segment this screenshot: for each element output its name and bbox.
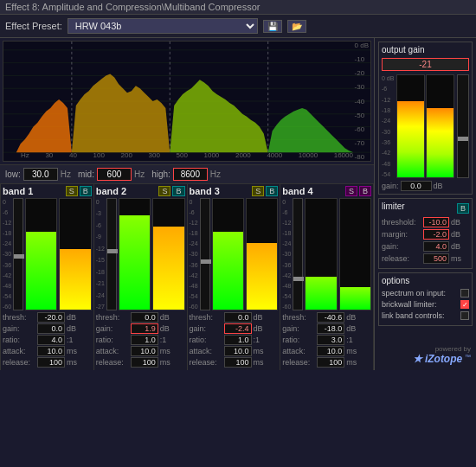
band-3-gain-input[interactable]	[224, 323, 252, 334]
band-3-attack-input[interactable]	[224, 346, 252, 356]
band-4-params: thresh: dB gain: dB ratio: :1	[282, 312, 371, 368]
limiter-release-row: release: ms	[382, 253, 469, 264]
band-3-release-input[interactable]	[224, 357, 252, 368]
band-3-fader-track[interactable]	[200, 198, 210, 310]
band-4-gain-unit: dB	[346, 324, 356, 333]
band-4-scale: 0-6-12-18-24-30-36-42-48-54-60	[282, 198, 291, 310]
preset-load-btn[interactable]: 📂	[287, 20, 306, 33]
band-2-thresh-label: thresh:	[96, 313, 129, 322]
band-3-attack-unit: ms	[254, 347, 264, 355]
crossover-low-unit: Hz	[61, 170, 71, 179]
limiter-margin-label: margin:	[382, 230, 421, 239]
band-3-gain-row: gain: dB	[190, 323, 279, 334]
band-2-attack-label: attack:	[96, 347, 129, 355]
band-1-thresh-input[interactable]	[37, 312, 65, 323]
limiter-margin-row: margin: dB	[382, 229, 469, 240]
output-fader-thumb[interactable]	[458, 137, 468, 141]
limiter-gain-input[interactable]	[423, 241, 449, 252]
band-2-gain-input[interactable]	[131, 323, 158, 334]
linkband-option-checkbox[interactable]	[460, 311, 469, 320]
crossover-mid-unit: Hz	[134, 170, 145, 179]
limiter-thresh-input[interactable]	[423, 217, 449, 227]
band-3-title: band 3	[190, 186, 220, 196]
preset-label: Effect Preset:	[5, 21, 62, 31]
band-1-solo-btn[interactable]: S	[66, 186, 78, 196]
spectrum-db-labels: 0 dB -10 -20 -30 -40 -50 -60 -70 -80	[355, 42, 369, 161]
output-gain-input[interactable]	[401, 181, 432, 191]
band-2-fader-col[interactable]	[106, 198, 117, 310]
band-4-ratio-label: ratio:	[282, 336, 315, 344]
crossover-bar: low: Hz mid: Hz high: Hz	[0, 164, 374, 184]
band-3-strip: band 3 S B 0-6-12-18-24-30-36-42-48-54-6…	[188, 184, 281, 370]
output-fader[interactable]	[457, 74, 469, 178]
limiter-release-label: release:	[382, 254, 421, 263]
band-3-fader-thumb[interactable]	[201, 259, 211, 264]
limiter-margin-input[interactable]	[423, 229, 449, 240]
band-4-fader-col[interactable]	[293, 198, 303, 310]
band-2-title: band 2	[96, 186, 126, 196]
output-meter-right-fill	[427, 108, 453, 177]
crossover-low-input[interactable]	[23, 168, 58, 181]
band-3-fader-col[interactable]	[200, 198, 210, 310]
bands-area: band 1 S B 0-6-12-18-24-30-36-42-48-54-6…	[0, 184, 374, 370]
limiter-bypass-btn[interactable]: B	[457, 203, 469, 214]
output-meter-left-fill	[397, 101, 424, 178]
band-4-gain-label: gain:	[282, 324, 315, 333]
title-bar: Effect 8: Amplitude and Compression\Mult…	[0, 0, 476, 15]
band-1-thresh-label: thresh:	[3, 313, 35, 322]
band-3-gain-label: gain:	[190, 324, 222, 333]
preset-save-btn[interactable]: 💾	[263, 20, 282, 33]
band-2-bypass-btn[interactable]: B	[172, 186, 184, 196]
band-2-release-input[interactable]	[131, 357, 158, 368]
limiter-gain-unit: dB	[451, 242, 460, 251]
band-2-faders: 0-3-6-9-12-15-18-21-24-27	[96, 198, 185, 310]
band-4-faders: 0-6-12-18-24-30-36-42-48-54-60	[282, 198, 371, 310]
brickwall-option-checkbox[interactable]: ✓	[460, 300, 469, 309]
band-4-fader-thumb[interactable]	[293, 277, 304, 281]
limiter-release-input[interactable]	[423, 253, 449, 264]
band-3-meter-fill-2	[247, 243, 277, 310]
spectrum-option-label: spectrum on input:	[382, 289, 446, 297]
band-2-strip: band 2 S B 0-3-6-9-12-15-18-21-24-27	[94, 184, 188, 370]
band-4-ratio-input[interactable]	[317, 335, 344, 345]
crossover-high-input[interactable]	[173, 168, 208, 181]
band-1-attack-input[interactable]	[37, 346, 65, 356]
band-4-fader-track[interactable]	[293, 198, 303, 310]
crossover-mid-input[interactable]	[97, 168, 132, 181]
band-1-fader-track[interactable]	[13, 198, 23, 310]
band-3-solo-btn[interactable]: S	[252, 186, 264, 196]
band-3-bypass-btn[interactable]: B	[266, 186, 278, 196]
band-2-fader-thumb[interactable]	[107, 249, 118, 253]
band-2-thresh-input[interactable]	[131, 312, 158, 323]
band-4-gain-input[interactable]	[317, 323, 344, 334]
band-4-bypass-btn[interactable]: B	[359, 186, 371, 196]
band-1-bypass-btn[interactable]: B	[80, 186, 92, 196]
band-2-solo-btn[interactable]: S	[158, 186, 170, 196]
band-2-thresh-unit: dB	[160, 313, 170, 322]
left-panel: 0 dB -10 -20 -30 -40 -50 -60 -70 -80 Hz3…	[0, 38, 374, 370]
band-3-ratio-input[interactable]	[224, 335, 252, 345]
band-1-fader-thumb[interactable]	[14, 254, 24, 259]
band-2-ratio-input[interactable]	[131, 335, 158, 345]
band-2-meter-fill-1	[119, 215, 150, 310]
band-1-thresh-unit: dB	[67, 313, 76, 322]
band-2-attack-input[interactable]	[131, 346, 158, 356]
band-2-meter-1	[119, 198, 151, 310]
band-4-solo-btn[interactable]: S	[345, 186, 357, 196]
band-2-fader-track[interactable]	[106, 198, 117, 310]
spectrum-option-checkbox[interactable]	[460, 289, 469, 297]
preset-select[interactable]: HRW 043b	[68, 18, 258, 34]
band-4-attack-unit: ms	[346, 347, 357, 355]
band-1-gain-input[interactable]	[37, 323, 65, 334]
band-3-thresh-input[interactable]	[224, 312, 252, 323]
linkband-option-row: link band controls:	[382, 311, 469, 320]
band-4-release-input[interactable]	[317, 357, 344, 368]
band-1-fader-col[interactable]	[13, 198, 23, 310]
band-4-thresh-input[interactable]	[317, 312, 344, 323]
band-3-release-unit: ms	[254, 358, 264, 367]
band-4-attack-input[interactable]	[317, 346, 344, 356]
band-1-release-input[interactable]	[37, 357, 65, 368]
band-2-header: band 2 S B	[96, 186, 185, 196]
limiter-section: limiter B threshold: dB margin: dB gain:…	[378, 198, 473, 269]
band-1-ratio-input[interactable]	[37, 335, 65, 345]
